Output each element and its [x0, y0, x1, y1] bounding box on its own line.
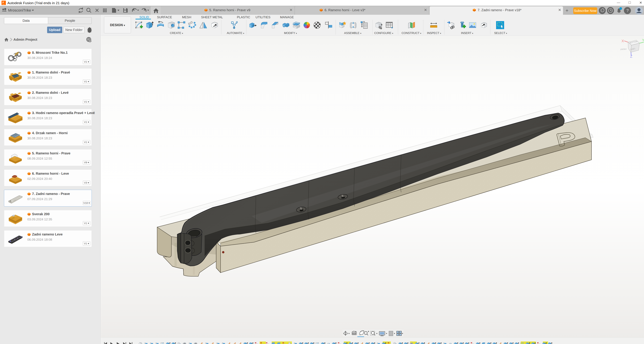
- svg-text:Y: Y: [642, 38, 644, 42]
- svg-text:?: ?: [626, 8, 629, 13]
- svg-text:Z: Z: [630, 54, 632, 58]
- svg-text:F: F: [2, 1, 4, 4]
- svg-text:X: X: [622, 39, 624, 43]
- svg-text:FUS: FUS: [2, 4, 4, 5]
- svg-text:MrosconiTrike: MrosconiTrike: [8, 8, 31, 12]
- svg-text:FRONT: FRONT: [620, 48, 626, 50]
